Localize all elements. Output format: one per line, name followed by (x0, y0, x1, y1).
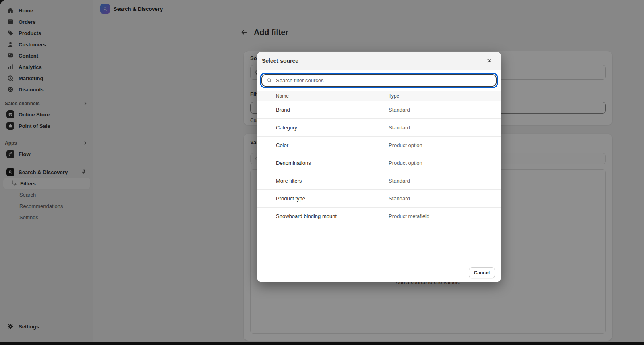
source-type: Standard (389, 107, 501, 113)
shopify-admin-screen: Home Orders Products Customers (0, 0, 644, 345)
source-type: Standard (389, 125, 501, 131)
select-source-modal: Select source Name Type Brand Standard C… (257, 52, 501, 282)
source-row-brand[interactable]: Brand Standard (257, 101, 501, 119)
source-row-product-type[interactable]: Product type Standard (257, 190, 501, 208)
source-row-denominations[interactable]: Denominations Product option (257, 154, 501, 172)
modal-header: Select source (257, 52, 501, 70)
source-type: Product option (389, 160, 501, 166)
source-name: More filters (257, 178, 389, 184)
source-name: Color (257, 142, 389, 148)
source-name: Category (257, 125, 389, 131)
modal-empty-space (257, 225, 501, 263)
source-name: Snowboard binding mount (257, 213, 389, 219)
modal-search-section (257, 70, 501, 91)
source-type: Product option (389, 142, 501, 148)
cancel-button[interactable]: Cancel (469, 267, 495, 278)
source-name: Denominations (257, 160, 389, 166)
source-type: Standard (389, 178, 501, 184)
modal-footer: Cancel (257, 263, 501, 282)
column-header-name: Name (257, 93, 389, 99)
source-type: Product metafield (389, 213, 501, 219)
source-row-category[interactable]: Category Standard (257, 119, 501, 137)
source-row-snowboard-binding-mount[interactable]: Snowboard binding mount Product metafiel… (257, 208, 501, 225)
source-name: Product type (257, 195, 389, 202)
modal-search-box (261, 74, 497, 87)
filter-sources-search-input[interactable] (276, 77, 492, 83)
close-icon[interactable] (484, 55, 495, 67)
search-icon (266, 77, 273, 84)
source-type: Standard (389, 195, 501, 202)
modal-title: Select source (262, 58, 298, 64)
column-header-type: Type (389, 93, 501, 99)
table-header: Name Type (257, 91, 501, 101)
source-row-more-filters[interactable]: More filters Standard (257, 172, 501, 190)
source-row-color[interactable]: Color Product option (257, 137, 501, 154)
source-name: Brand (257, 107, 389, 113)
